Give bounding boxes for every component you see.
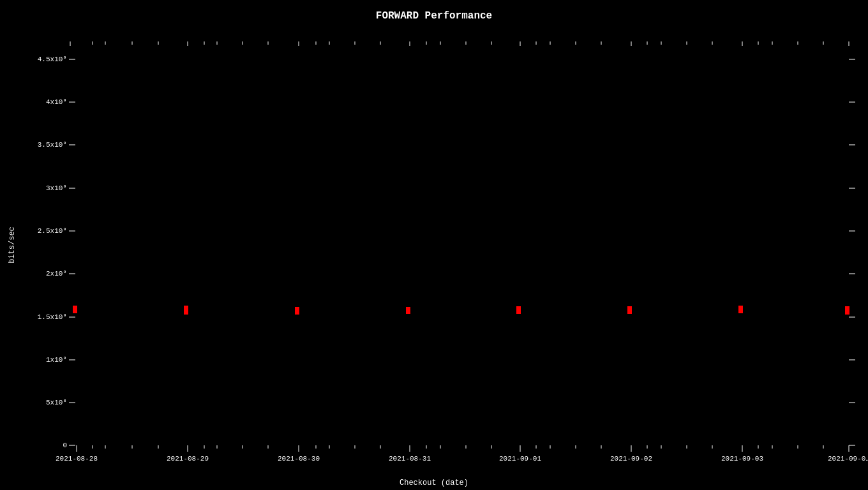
x-tick-label-1: 2021-08-28 <box>56 455 98 463</box>
y-tick-label-4e9: 4x10⁹ <box>46 98 67 106</box>
y-tick-label-0: 0 <box>63 442 67 449</box>
y-tick-label-5e8: 5x10⁸ <box>46 399 67 406</box>
x-tick-label-4: 2021-08-31 <box>389 455 431 463</box>
data-point-7 <box>738 306 743 313</box>
chart-svg: bits/sec Checkout (date) 0 5x10⁸ 1x10⁹ 1… <box>0 0 868 490</box>
x-axis-label: Checkout (date) <box>400 479 468 487</box>
y-tick-label-2e9: 2x10⁹ <box>46 270 67 278</box>
y-tick-label-3p5e9: 3.5x10⁹ <box>38 141 67 149</box>
y-tick-label-1p5e9: 1.5x10⁹ <box>38 313 67 321</box>
x-tick-label-6: 2021-09-02 <box>610 455 652 463</box>
data-point-4 <box>406 307 410 314</box>
y-axis-label: bits/sec <box>8 226 17 264</box>
data-point-1 <box>73 306 77 313</box>
data-point-3 <box>295 307 299 315</box>
y-tick-label-3e9: 3x10⁹ <box>46 184 67 192</box>
x-tick-label-7: 2021-09-03 <box>721 455 763 463</box>
x-tick-label-2: 2021-08-29 <box>167 455 209 463</box>
data-point-6 <box>627 306 632 314</box>
chart-container: FORWARD Performance bits/sec Checkout (d… <box>0 0 868 490</box>
x-tick-label-8: 2021-09-0… <box>828 455 868 463</box>
y-tick-label-2p5e9: 2.5x10⁹ <box>38 227 67 235</box>
data-point-2 <box>184 306 188 315</box>
x-tick-label-3: 2021-08-30 <box>278 455 320 463</box>
y-tick-label-4p5e9: 4.5x10⁹ <box>38 56 67 63</box>
data-point-5 <box>516 306 521 314</box>
x-tick-label-5: 2021-09-01 <box>499 455 541 463</box>
y-tick-label-1e9: 1x10⁹ <box>46 356 67 364</box>
data-point-8 <box>845 306 849 315</box>
